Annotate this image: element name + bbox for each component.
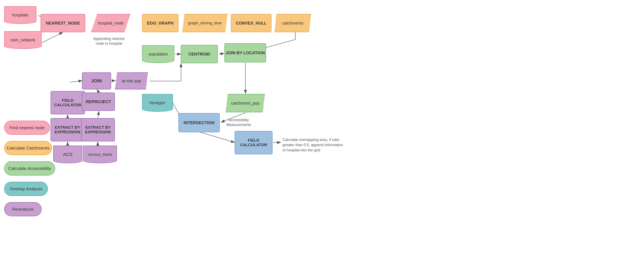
workflow-canvas: hospitals osm_network NEAREST_NODE hospi… [0, 0, 644, 277]
node-census-tracts[interactable]: census_tracts [83, 146, 117, 163]
node-osm-network[interactable]: osm_network [4, 31, 42, 49]
node-reproject[interactable]: REPROJECT [82, 92, 115, 111]
node-field-calculator-1[interactable]: FIELD CALCULATOR [50, 91, 85, 114]
hexagon-label: hexagon [150, 100, 166, 105]
node-intersection[interactable]: INTERSECTION [178, 113, 220, 132]
nearest-node-label: NEAREST_NODE [46, 21, 80, 26]
node-convex-hull[interactable]: CONVEX_HULL [231, 14, 272, 32]
node-ego-graph[interactable]: EGO_GRAPH [142, 14, 178, 32]
legend-reanalysis[interactable]: Reanalysis [4, 202, 42, 216]
extract-expression-2-label: EXTRACT BY EXPRESSION [82, 125, 114, 134]
join-label: JOIN [91, 78, 102, 84]
node-catchments[interactable]: catchments [274, 14, 311, 32]
node-join-by-location[interactable]: JOIN BY LOCATION [224, 43, 266, 62]
arrow-centroid-joinloc [219, 54, 224, 54]
arrow-reproject-join [97, 90, 99, 92]
node-join[interactable]: JOIN [82, 72, 111, 90]
legend-accessibility[interactable]: Calculate Accessibility [4, 162, 55, 176]
legend-catchments-label: Calculate Catchments [7, 146, 49, 150]
legend-accessibility-label: Calculate Accessibility [8, 166, 51, 171]
field-calculator-2-label: FIELD CALCULATOR [235, 138, 272, 147]
graph-driving-time-label: graph_driving_time [188, 21, 222, 25]
legend-container: Find nearest node Calculate Catchments C… [4, 120, 55, 216]
annotation-nearest-node: Appending nearestnode to hospital [93, 36, 124, 46]
arrow-fieldcalc1-join [70, 81, 82, 82]
node-extract-expression-2[interactable]: EXTRACT BY EXPRESSION [81, 118, 115, 142]
catchments-label: catchments [282, 21, 303, 26]
node-centroid[interactable]: CENTROID [181, 45, 218, 63]
node-graph-driving-time[interactable]: graph_driving_time [182, 14, 228, 32]
centroid-label: CENTROID [188, 52, 210, 56]
annotation-overlapping: Calculate overlapping area, if ratiogrea… [282, 137, 343, 153]
join-by-location-label: JOIN BY LOCATION [226, 50, 265, 55]
hospitals-label: hospitals [12, 13, 28, 18]
legend-overlap-label: Overlap Analysis [10, 186, 42, 191]
at-risk-pop-label: at-risk pop [122, 78, 141, 84]
census-tracts-label: census_tracts [88, 152, 112, 157]
legend-reanalysis-label: Reanalysis [12, 207, 34, 212]
acs-label: ACS [63, 152, 72, 157]
population-label: population [148, 52, 168, 56]
arrow-atrisk-centroid [150, 64, 181, 81]
legend-find-nearest[interactable]: Find nearest node [4, 120, 50, 135]
legend-overlap[interactable]: Overlap Analysis [4, 182, 48, 196]
hospital-node-label: hospital_node [98, 21, 124, 26]
ego-graph-label: EGO_GRAPH [147, 21, 174, 26]
intersection-label: INTERSECTION [184, 120, 215, 125]
extract-expression-1-label: EXTRACT BY EXPRESSION [51, 125, 84, 134]
arrow-osm-nearest [42, 32, 63, 43]
reproject-label: REPROJECT [86, 100, 111, 104]
node-extract-expression-1[interactable]: EXTRACT BY EXPRESSION [50, 118, 84, 142]
convex-hull-label: CONVEX_HULL [236, 21, 267, 26]
catchment-pop-label: catchment_pop [231, 101, 260, 106]
node-catchment-pop[interactable]: catchment_pop [226, 94, 265, 112]
node-at-risk-pop[interactable]: at-risk pop [115, 72, 148, 90]
node-hexagon[interactable]: hexagon [142, 94, 173, 112]
node-field-calculator-2[interactable]: FIELD CALCULATOR [235, 131, 272, 154]
osm-network-label: osm_network [10, 38, 35, 42]
legend-find-nearest-label: Find nearest node [9, 125, 44, 130]
node-nearest-node[interactable]: NEAREST_NODE [40, 14, 85, 32]
node-population[interactable]: population [142, 45, 174, 63]
legend-catchments[interactable]: Calculate Catchments [4, 141, 52, 155]
arrow-extract2-reproject [98, 111, 99, 118]
field-calculator-1-label: FIELD CALCULATOR [51, 98, 84, 107]
node-hospitals[interactable]: hospitals [4, 6, 36, 24]
annotation-accessibility: AccessibilityMeasurements [226, 118, 251, 128]
node-hospital-node[interactable]: hospital_node [91, 14, 131, 32]
node-acs[interactable]: ACS [53, 146, 82, 163]
arrow-intersection-fieldcalc2 [200, 132, 235, 142]
